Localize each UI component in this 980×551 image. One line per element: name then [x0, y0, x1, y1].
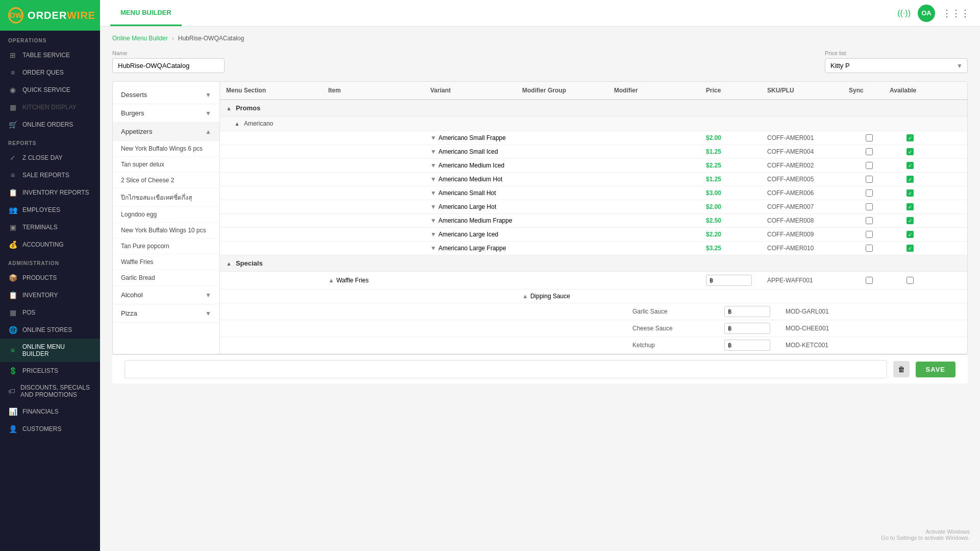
col-modifier-group: Modifier Group — [522, 87, 614, 94]
list-item[interactable]: ปีกไก่ซอสมะเขือเทศซี่ดกึ่งสุ — [113, 188, 219, 207]
avatar-button[interactable]: OA — [918, 5, 935, 22]
sku-cell: COFF-AMER008 — [767, 217, 849, 224]
online-stores-icon: 🌐 — [8, 326, 17, 334]
available-cell[interactable]: ✓ — [890, 245, 930, 252]
sidebar-item-sale-reports[interactable]: ≡ SALE REPORTS — [0, 166, 100, 184]
available-cell[interactable]: ✓ — [890, 134, 930, 141]
sync-cell[interactable] — [849, 162, 890, 169]
sidebar-item-table-service[interactable]: ⊞ TABLE SERVICE — [0, 46, 100, 64]
tab-menu-builder[interactable]: MENU BUILDER — [110, 1, 182, 26]
menu-section-alcohol[interactable]: Alcohol ▼ — [113, 286, 219, 304]
sidebar-item-z-close-day[interactable]: ✓ Z CLOSE DAY — [0, 149, 100, 166]
sidebar-item-label: ONLINE STORES — [22, 326, 72, 333]
sidebar-item-customers[interactable]: 👤 CUSTOMERS — [0, 420, 100, 438]
sync-cell[interactable] — [849, 217, 890, 224]
sync-cell[interactable] — [849, 231, 890, 238]
section-promos[interactable]: ▲ Promos — [220, 100, 967, 116]
sidebar-item-products[interactable]: 📦 PRODUCTS — [0, 269, 100, 286]
menu-section-appetizers[interactable]: Appetizers ▲ — [113, 123, 219, 141]
sidebar-item-label: PRICELISTS — [22, 367, 58, 374]
ketchup-price[interactable] — [724, 340, 786, 351]
price-cell: $2.50 — [706, 217, 767, 224]
list-item[interactable]: Tan Pure popcorn — [113, 238, 219, 254]
topbar-right: ((·)) OA ⋮⋮⋮ — [897, 5, 970, 22]
burgers-chevron: ▼ — [205, 110, 211, 117]
terminals-icon: ▣ — [8, 223, 17, 231]
sidebar-item-label: QUICK SERVICE — [22, 86, 70, 93]
section-specials[interactable]: ▲ Specials — [220, 255, 967, 272]
menu-section-desserts[interactable]: Desserts ▼ — [113, 86, 219, 104]
sidebar-item-inventory[interactable]: 📋 INVENTORY — [0, 286, 100, 304]
cheese-sauce-price[interactable] — [724, 323, 786, 334]
sidebar-item-order-ques[interactable]: ≡ ORDER QUES — [0, 64, 100, 81]
price-cell: $2.25 — [706, 162, 767, 169]
sku-cell: COFF-AMER005 — [767, 176, 849, 183]
sync-cell[interactable] — [849, 176, 890, 183]
wifi-icon: ((·)) — [897, 9, 911, 18]
menu-section-burgers[interactable]: Burgers ▼ — [113, 104, 219, 123]
breadcrumb-separator: › — [172, 35, 174, 42]
sync-cell[interactable] — [849, 245, 890, 252]
breadcrumb-current: HubRise-OWQACatalog — [178, 35, 244, 42]
list-item[interactable]: 2 Slice of Cheese 2 — [113, 173, 219, 188]
topbar: MENU BUILDER ((·)) OA ⋮⋮⋮ — [100, 0, 980, 27]
sync-cell[interactable] — [849, 189, 890, 197]
list-item[interactable]: New York Buffalo Wings 6 pcs — [113, 141, 219, 157]
alcohol-label: Alcohol — [121, 291, 143, 299]
sidebar-item-quick-service[interactable]: ◉ QUICK SERVICE — [0, 81, 100, 99]
sidebar-item-inventory-reports[interactable]: 📋 INVENTORY REPORTS — [0, 184, 100, 201]
sidebar-item-label: INVENTORY — [22, 292, 58, 299]
sidebar-item-accounting[interactable]: 💰 ACCOUNTING — [0, 236, 100, 253]
table-row: ▼Americano Medium Iced $2.25 COFF-AMER00… — [220, 159, 967, 173]
grid-icon[interactable]: ⋮⋮⋮ — [942, 8, 970, 19]
list-item[interactable]: Logndoo egg — [113, 207, 219, 223]
available-cell[interactable]: ✓ — [890, 162, 930, 169]
sidebar-item-pricelists[interactable]: 💲 PRICELISTS — [0, 362, 100, 379]
trash-button[interactable]: 🗑 — [893, 361, 910, 377]
waffle-fries-sync[interactable] — [849, 277, 890, 284]
topbar-tabs: MENU BUILDER — [110, 1, 182, 26]
kitchen-display-icon: ▦ — [8, 103, 17, 111]
sidebar-item-online-stores[interactable]: 🌐 ONLINE STORES — [0, 321, 100, 339]
sync-cell[interactable] — [849, 148, 890, 155]
price-list-select[interactable]: Kitty P Default — [825, 58, 968, 73]
logo-text: ORDERWIRE — [28, 10, 95, 21]
available-cell[interactable]: ✓ — [890, 176, 930, 183]
sidebar-item-terminals[interactable]: ▣ TERMINALS — [0, 219, 100, 236]
garlic-sauce-price[interactable] — [724, 306, 786, 317]
sku-cell: COFF-AMER001 — [767, 134, 849, 141]
breadcrumb-parent[interactable]: Online Menu Builder — [112, 35, 168, 42]
list-item[interactable]: Garlic Bread — [113, 270, 219, 286]
logo-area: OW ORDERWIRE — [0, 0, 100, 31]
text-input-area[interactable] — [125, 360, 887, 378]
available-cell[interactable]: ✓ — [890, 148, 930, 155]
available-cell[interactable]: ✓ — [890, 189, 930, 197]
list-item[interactable]: New York Buffalo Wings 10 pcs — [113, 223, 219, 238]
list-item[interactable]: Tan super delux — [113, 157, 219, 173]
form-top: Name Price list Kitty P Default ▼ — [112, 50, 968, 73]
sidebar-item-pos[interactable]: ▦ POS — [0, 304, 100, 321]
sidebar-item-online-orders[interactable]: 🛒 ONLINE ORDERS — [0, 116, 100, 133]
sidebar-item-employees[interactable]: 👥 EMPLOYEES — [0, 201, 100, 219]
sync-cell[interactable] — [849, 203, 890, 210]
item-americano[interactable]: ▲ Americano — [220, 116, 967, 131]
save-button[interactable]: SAVE — [916, 362, 955, 377]
sync-cell[interactable] — [849, 134, 890, 141]
promos-chevron: ▲ — [226, 105, 232, 111]
pricelists-icon: 💲 — [8, 367, 17, 375]
sku-cell: COFF-AMER007 — [767, 203, 849, 210]
name-input[interactable] — [112, 58, 225, 73]
waffle-fries-available[interactable] — [890, 277, 930, 284]
waffle-fries-price-cell[interactable] — [706, 275, 767, 286]
available-cell[interactable]: ✓ — [890, 217, 930, 224]
menu-section-pizza[interactable]: Pizza ▼ — [113, 304, 219, 323]
table-service-icon: ⊞ — [8, 51, 17, 59]
sidebar-item-online-menu-builder[interactable]: ≡ ONLINE MENU BUILDER — [0, 339, 100, 362]
sidebar-item-discounts[interactable]: 🏷 DISCOUNTS, SPECIALS AND PROMOTIONS — [0, 379, 100, 403]
list-item[interactable]: Waffle Fries — [113, 254, 219, 270]
col-available: Available — [890, 87, 930, 94]
sidebar-item-financials[interactable]: 📊 FINANCIALS — [0, 403, 100, 420]
available-cell[interactable]: ✓ — [890, 203, 930, 210]
available-cell[interactable]: ✓ — [890, 231, 930, 238]
sale-reports-icon: ≡ — [8, 171, 17, 179]
